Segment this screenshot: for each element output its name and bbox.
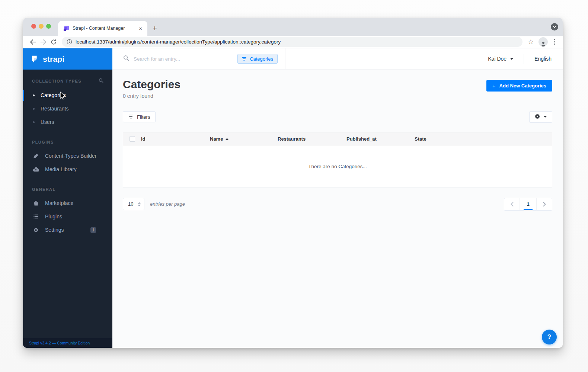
- browser-controls-icon[interactable]: [551, 23, 558, 31]
- browser-profile-avatar[interactable]: [539, 37, 548, 46]
- shopping-bag-icon: [33, 201, 39, 206]
- column-header-restaurants[interactable]: Restaurants: [278, 136, 346, 142]
- sidebar: strapi COLLECTION TYPES Categories: [23, 48, 112, 348]
- strapi-favicon: [63, 25, 69, 31]
- tab-title: Strapi - Content Manager: [73, 26, 134, 31]
- section-general: GENERAL: [23, 187, 112, 192]
- url-text: localhost:1337/admin/plugins/content-man…: [76, 39, 281, 45]
- bookmark-star-icon[interactable]: ☆: [525, 38, 536, 46]
- entries-table: Id Name Restaurants Published_at: [123, 132, 552, 187]
- address-bar[interactable]: localhost:1337/admin/plugins/content-man…: [62, 37, 523, 47]
- settings-badge: 1: [90, 227, 96, 233]
- column-header-name[interactable]: Name: [210, 136, 278, 142]
- strapi-logo[interactable]: strapi: [23, 48, 112, 70]
- column-header-published-at[interactable]: Published_at: [346, 136, 415, 142]
- active-page-indicator: [524, 209, 533, 210]
- sidebar-item-users[interactable]: Users: [23, 115, 112, 129]
- plus-icon: +: [492, 83, 496, 89]
- filters-button[interactable]: Filters: [123, 111, 156, 122]
- table-settings-button[interactable]: [529, 111, 552, 123]
- next-page-button[interactable]: [536, 198, 552, 210]
- stepper-icon: [138, 202, 141, 206]
- browser-tab[interactable]: Strapi - Content Manager ×: [58, 21, 147, 36]
- language-selector[interactable]: English: [534, 56, 552, 62]
- pagination-control: 1: [504, 198, 552, 211]
- per-page-select[interactable]: 10: [123, 198, 144, 210]
- page-title: Categories: [123, 78, 180, 90]
- content-area: Categories Kai Doe English Categori: [112, 48, 563, 348]
- filters-row: Filters: [123, 111, 552, 123]
- user-zone: Kai Doe English: [488, 54, 563, 64]
- entry-count: 0 entry found: [123, 93, 180, 99]
- section-collection-types: COLLECTION TYPES: [23, 78, 112, 84]
- page-number-button[interactable]: 1: [520, 198, 536, 210]
- table-body: There are no Categories...: [123, 146, 552, 187]
- gear-icon: [535, 114, 540, 120]
- forward-icon[interactable]: [38, 37, 48, 47]
- brand-name: strapi: [43, 55, 64, 64]
- user-menu[interactable]: Kai Doe: [488, 56, 506, 62]
- desktop: Strapi - Content Manager × +: [0, 0, 588, 372]
- close-window-button[interactable]: [31, 24, 36, 29]
- minimize-window-button[interactable]: [39, 24, 44, 29]
- previous-page-button[interactable]: [504, 198, 520, 210]
- general-list: Marketplace Plugins Settin: [23, 196, 112, 237]
- help-button[interactable]: ?: [542, 330, 557, 344]
- window-controls: [31, 24, 51, 29]
- column-header-state[interactable]: State: [415, 136, 426, 142]
- chevron-down-icon[interactable]: [510, 58, 513, 60]
- chevron-down-icon: [544, 116, 547, 118]
- browser-tabstrip: Strapi - Content Manager × +: [23, 18, 563, 36]
- new-tab-button[interactable]: +: [150, 23, 160, 33]
- paintbrush-icon: [33, 153, 39, 159]
- sidebar-item-restaurants[interactable]: Restaurants: [23, 102, 112, 115]
- column-header-id[interactable]: Id: [141, 136, 210, 142]
- fullscreen-window-button[interactable]: [46, 24, 51, 29]
- table-header: Id Name Restaurants Published_at: [123, 132, 552, 146]
- filter-icon: [242, 57, 246, 61]
- pagination-row: 10 entries per page: [123, 198, 552, 211]
- filter-icon: [128, 114, 133, 120]
- select-all-checkbox[interactable]: [130, 136, 135, 142]
- bullet-icon: [33, 108, 35, 110]
- reload-icon[interactable]: [48, 37, 59, 47]
- add-new-categories-button[interactable]: + Add New Categories: [486, 80, 552, 92]
- strapi-app: strapi COLLECTION TYPES Categories: [23, 48, 563, 348]
- bullet-icon: [33, 94, 35, 96]
- cloud-upload-icon: [33, 167, 39, 172]
- search-input[interactable]: [134, 56, 233, 62]
- collection-filter-chip[interactable]: Categories: [237, 54, 278, 64]
- strapi-logo-icon: [31, 55, 39, 63]
- per-page-control: 10 entries per page: [123, 198, 185, 210]
- sidebar-item-content-types-builder[interactable]: Content-Types Builder: [23, 149, 112, 163]
- gear-icon: [33, 227, 39, 233]
- app-version[interactable]: Strapi v3.4.2 — Community Edition: [23, 338, 112, 348]
- sidebar-item-marketplace[interactable]: Marketplace: [23, 196, 112, 210]
- app-header: Categories Kai Doe English: [112, 48, 563, 70]
- search-icon: [123, 55, 129, 62]
- sidebar-item-plugins[interactable]: Plugins: [23, 210, 112, 223]
- browser-toolbar: localhost:1337/admin/plugins/content-man…: [23, 36, 563, 48]
- main-panel: Categories 0 entry found + Add New Categ…: [112, 70, 563, 348]
- plugins-list: Content-Types Builder Media Library: [23, 149, 112, 176]
- empty-state-text: There are no Categories...: [308, 164, 367, 169]
- bullet-icon: [33, 121, 35, 123]
- sidebar-item-categories[interactable]: Categories: [23, 89, 112, 102]
- sort-asc-icon: [226, 138, 229, 140]
- sidebar-item-media-library[interactable]: Media Library: [23, 163, 112, 176]
- title-row: Categories 0 entry found + Add New Categ…: [123, 78, 552, 99]
- list-icon: [33, 214, 39, 219]
- back-icon[interactable]: [28, 37, 38, 47]
- collection-search-icon[interactable]: [99, 78, 103, 84]
- browser-menu-icon[interactable]: [550, 38, 558, 46]
- per-page-label: entries per page: [150, 201, 185, 207]
- section-plugins: PLUGINS: [23, 140, 112, 144]
- browser-window: Strapi - Content Manager × +: [23, 18, 563, 348]
- collection-types-list: Categories Restaurants Users: [23, 89, 112, 129]
- search-bar: Categories: [112, 48, 285, 69]
- sidebar-nav: COLLECTION TYPES Categories Restaurants: [23, 70, 112, 338]
- site-info-icon[interactable]: [67, 39, 72, 45]
- tab-close-icon[interactable]: ×: [137, 25, 144, 32]
- sidebar-item-settings[interactable]: Settings 1: [23, 223, 112, 237]
